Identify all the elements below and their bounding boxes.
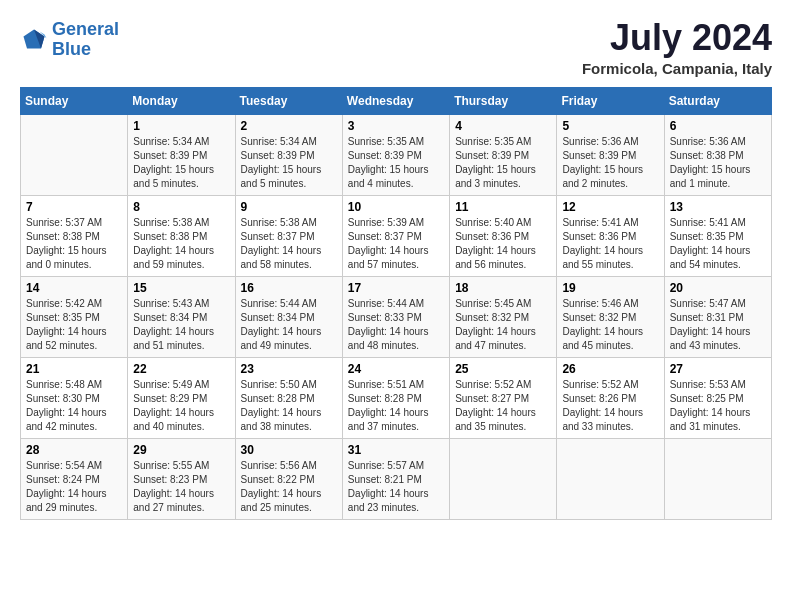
header-cell-monday: Monday [128, 88, 235, 115]
day-number: 21 [26, 362, 122, 376]
day-cell: 12Sunrise: 5:41 AM Sunset: 8:36 PM Dayli… [557, 196, 664, 277]
day-info: Sunrise: 5:38 AM Sunset: 8:38 PM Dayligh… [133, 216, 229, 272]
day-number: 18 [455, 281, 551, 295]
calendar-body: 1Sunrise: 5:34 AM Sunset: 8:39 PM Daylig… [21, 115, 772, 520]
day-info: Sunrise: 5:52 AM Sunset: 8:26 PM Dayligh… [562, 378, 658, 434]
day-cell: 18Sunrise: 5:45 AM Sunset: 8:32 PM Dayli… [450, 277, 557, 358]
day-info: Sunrise: 5:51 AM Sunset: 8:28 PM Dayligh… [348, 378, 444, 434]
day-cell: 31Sunrise: 5:57 AM Sunset: 8:21 PM Dayli… [342, 439, 449, 520]
day-cell: 30Sunrise: 5:56 AM Sunset: 8:22 PM Dayli… [235, 439, 342, 520]
day-number: 28 [26, 443, 122, 457]
day-number: 31 [348, 443, 444, 457]
day-number: 6 [670, 119, 766, 133]
day-number: 30 [241, 443, 337, 457]
day-number: 26 [562, 362, 658, 376]
day-number: 8 [133, 200, 229, 214]
header-cell-saturday: Saturday [664, 88, 771, 115]
day-cell: 11Sunrise: 5:40 AM Sunset: 8:36 PM Dayli… [450, 196, 557, 277]
day-info: Sunrise: 5:56 AM Sunset: 8:22 PM Dayligh… [241, 459, 337, 515]
day-cell: 24Sunrise: 5:51 AM Sunset: 8:28 PM Dayli… [342, 358, 449, 439]
day-cell: 17Sunrise: 5:44 AM Sunset: 8:33 PM Dayli… [342, 277, 449, 358]
day-info: Sunrise: 5:45 AM Sunset: 8:32 PM Dayligh… [455, 297, 551, 353]
day-info: Sunrise: 5:41 AM Sunset: 8:35 PM Dayligh… [670, 216, 766, 272]
day-number: 4 [455, 119, 551, 133]
day-info: Sunrise: 5:36 AM Sunset: 8:39 PM Dayligh… [562, 135, 658, 191]
day-cell: 23Sunrise: 5:50 AM Sunset: 8:28 PM Dayli… [235, 358, 342, 439]
day-info: Sunrise: 5:46 AM Sunset: 8:32 PM Dayligh… [562, 297, 658, 353]
calendar-header: SundayMondayTuesdayWednesdayThursdayFrid… [21, 88, 772, 115]
day-info: Sunrise: 5:35 AM Sunset: 8:39 PM Dayligh… [348, 135, 444, 191]
day-info: Sunrise: 5:34 AM Sunset: 8:39 PM Dayligh… [241, 135, 337, 191]
day-cell: 1Sunrise: 5:34 AM Sunset: 8:39 PM Daylig… [128, 115, 235, 196]
day-cell: 26Sunrise: 5:52 AM Sunset: 8:26 PM Dayli… [557, 358, 664, 439]
day-number: 25 [455, 362, 551, 376]
week-row-2: 7Sunrise: 5:37 AM Sunset: 8:38 PM Daylig… [21, 196, 772, 277]
day-cell: 27Sunrise: 5:53 AM Sunset: 8:25 PM Dayli… [664, 358, 771, 439]
day-info: Sunrise: 5:44 AM Sunset: 8:34 PM Dayligh… [241, 297, 337, 353]
day-cell: 28Sunrise: 5:54 AM Sunset: 8:24 PM Dayli… [21, 439, 128, 520]
week-row-4: 21Sunrise: 5:48 AM Sunset: 8:30 PM Dayli… [21, 358, 772, 439]
day-cell: 15Sunrise: 5:43 AM Sunset: 8:34 PM Dayli… [128, 277, 235, 358]
day-info: Sunrise: 5:37 AM Sunset: 8:38 PM Dayligh… [26, 216, 122, 272]
day-number: 17 [348, 281, 444, 295]
day-cell: 14Sunrise: 5:42 AM Sunset: 8:35 PM Dayli… [21, 277, 128, 358]
day-number: 2 [241, 119, 337, 133]
day-cell: 6Sunrise: 5:36 AM Sunset: 8:38 PM Daylig… [664, 115, 771, 196]
day-info: Sunrise: 5:42 AM Sunset: 8:35 PM Dayligh… [26, 297, 122, 353]
title-area: July 2024 Formicola, Campania, Italy [582, 20, 772, 77]
day-info: Sunrise: 5:53 AM Sunset: 8:25 PM Dayligh… [670, 378, 766, 434]
day-info: Sunrise: 5:57 AM Sunset: 8:21 PM Dayligh… [348, 459, 444, 515]
day-cell [450, 439, 557, 520]
day-number: 14 [26, 281, 122, 295]
week-row-3: 14Sunrise: 5:42 AM Sunset: 8:35 PM Dayli… [21, 277, 772, 358]
day-cell: 4Sunrise: 5:35 AM Sunset: 8:39 PM Daylig… [450, 115, 557, 196]
day-number: 16 [241, 281, 337, 295]
logo-icon [20, 26, 48, 54]
day-info: Sunrise: 5:36 AM Sunset: 8:38 PM Dayligh… [670, 135, 766, 191]
day-info: Sunrise: 5:41 AM Sunset: 8:36 PM Dayligh… [562, 216, 658, 272]
day-info: Sunrise: 5:38 AM Sunset: 8:37 PM Dayligh… [241, 216, 337, 272]
header-cell-wednesday: Wednesday [342, 88, 449, 115]
day-cell: 22Sunrise: 5:49 AM Sunset: 8:29 PM Dayli… [128, 358, 235, 439]
day-cell: 16Sunrise: 5:44 AM Sunset: 8:34 PM Dayli… [235, 277, 342, 358]
day-info: Sunrise: 5:54 AM Sunset: 8:24 PM Dayligh… [26, 459, 122, 515]
day-number: 12 [562, 200, 658, 214]
calendar-table: SundayMondayTuesdayWednesdayThursdayFrid… [20, 87, 772, 520]
day-cell: 29Sunrise: 5:55 AM Sunset: 8:23 PM Dayli… [128, 439, 235, 520]
day-number: 10 [348, 200, 444, 214]
day-number: 27 [670, 362, 766, 376]
header-cell-sunday: Sunday [21, 88, 128, 115]
day-number: 24 [348, 362, 444, 376]
day-info: Sunrise: 5:55 AM Sunset: 8:23 PM Dayligh… [133, 459, 229, 515]
day-cell [664, 439, 771, 520]
month-title: July 2024 [582, 20, 772, 56]
day-info: Sunrise: 5:40 AM Sunset: 8:36 PM Dayligh… [455, 216, 551, 272]
day-cell: 13Sunrise: 5:41 AM Sunset: 8:35 PM Dayli… [664, 196, 771, 277]
day-info: Sunrise: 5:34 AM Sunset: 8:39 PM Dayligh… [133, 135, 229, 191]
week-row-1: 1Sunrise: 5:34 AM Sunset: 8:39 PM Daylig… [21, 115, 772, 196]
day-info: Sunrise: 5:43 AM Sunset: 8:34 PM Dayligh… [133, 297, 229, 353]
day-cell: 5Sunrise: 5:36 AM Sunset: 8:39 PM Daylig… [557, 115, 664, 196]
day-info: Sunrise: 5:52 AM Sunset: 8:27 PM Dayligh… [455, 378, 551, 434]
day-number: 15 [133, 281, 229, 295]
day-cell: 20Sunrise: 5:47 AM Sunset: 8:31 PM Dayli… [664, 277, 771, 358]
day-info: Sunrise: 5:39 AM Sunset: 8:37 PM Dayligh… [348, 216, 444, 272]
day-number: 5 [562, 119, 658, 133]
day-number: 7 [26, 200, 122, 214]
header-row: SundayMondayTuesdayWednesdayThursdayFrid… [21, 88, 772, 115]
day-number: 22 [133, 362, 229, 376]
day-cell: 2Sunrise: 5:34 AM Sunset: 8:39 PM Daylig… [235, 115, 342, 196]
day-info: Sunrise: 5:47 AM Sunset: 8:31 PM Dayligh… [670, 297, 766, 353]
day-number: 23 [241, 362, 337, 376]
day-info: Sunrise: 5:44 AM Sunset: 8:33 PM Dayligh… [348, 297, 444, 353]
day-cell: 10Sunrise: 5:39 AM Sunset: 8:37 PM Dayli… [342, 196, 449, 277]
day-number: 29 [133, 443, 229, 457]
day-cell: 21Sunrise: 5:48 AM Sunset: 8:30 PM Dayli… [21, 358, 128, 439]
week-row-5: 28Sunrise: 5:54 AM Sunset: 8:24 PM Dayli… [21, 439, 772, 520]
day-cell: 19Sunrise: 5:46 AM Sunset: 8:32 PM Dayli… [557, 277, 664, 358]
day-info: Sunrise: 5:50 AM Sunset: 8:28 PM Dayligh… [241, 378, 337, 434]
day-cell [557, 439, 664, 520]
logo: GeneralBlue [20, 20, 119, 60]
day-cell [21, 115, 128, 196]
logo-text: GeneralBlue [52, 20, 119, 60]
